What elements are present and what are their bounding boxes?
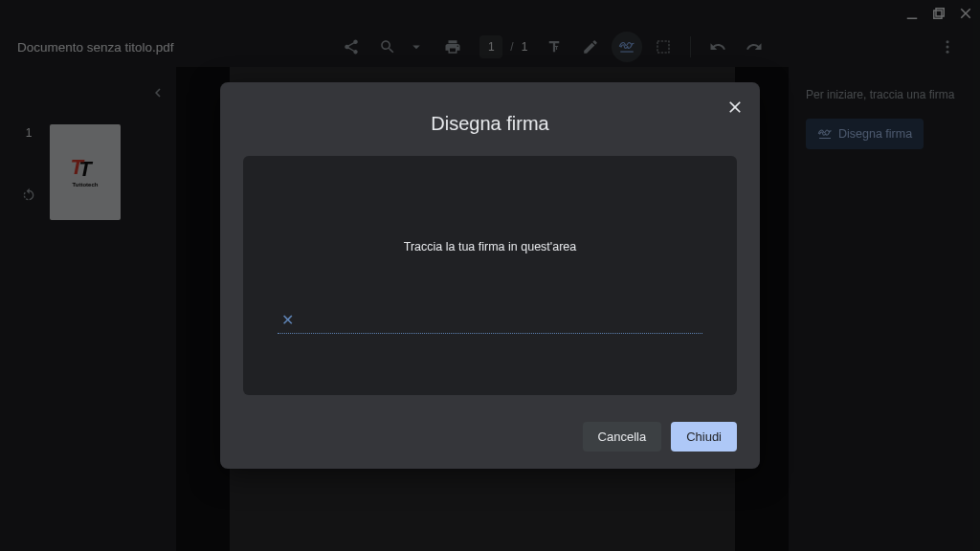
modal-overlay: Disegna firma Traccia la tua firma in qu…	[0, 0, 980, 551]
close-button[interactable]: Chiudi	[671, 422, 737, 452]
canvas-hint-text: Traccia la tua firma in quest'area	[404, 240, 576, 253]
dialog-close-button[interactable]	[722, 94, 748, 121]
dialog-title: Disegna firma	[243, 113, 737, 135]
signature-baseline: ✕	[278, 311, 702, 334]
signature-x-mark-icon: ✕	[281, 311, 294, 329]
cancel-button[interactable]: Cancella	[583, 422, 662, 452]
signature-canvas[interactable]: Traccia la tua firma in quest'area ✕	[243, 156, 737, 395]
draw-signature-dialog: Disegna firma Traccia la tua firma in qu…	[220, 82, 760, 469]
dialog-actions: Cancella Chiudi	[243, 422, 737, 452]
